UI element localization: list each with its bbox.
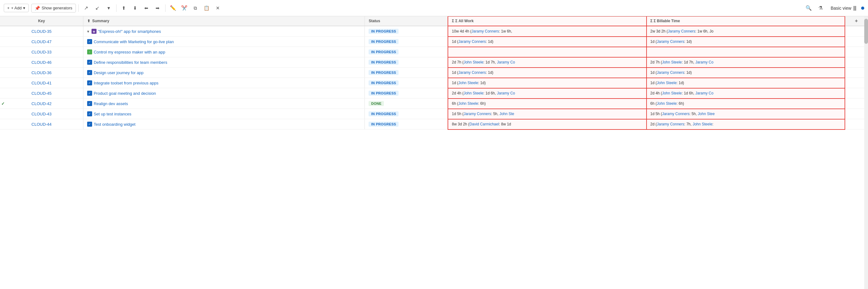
- status-dot: [861, 6, 864, 10]
- scissors-button[interactable]: ✂️: [179, 3, 189, 13]
- align-left-button[interactable]: ⬅: [142, 3, 152, 13]
- allwork-cell: 6h (John Steele: 6h): [448, 98, 646, 109]
- person-link[interactable]: Jaramy Conners: [459, 70, 486, 75]
- person-link[interactable]: John Steele: [662, 91, 682, 95]
- divider-3: [165, 4, 165, 12]
- align-right-button[interactable]: ➡: [153, 3, 163, 13]
- person-link[interactable]: John Steele: [692, 122, 712, 126]
- expand-icon: ↗: [84, 5, 88, 11]
- align-top-icon: ⬆: [122, 5, 126, 11]
- summary-link[interactable]: Integrate toolset from previous apps: [94, 81, 158, 85]
- align-middle-icon: ⬇: [133, 5, 137, 11]
- summary-link[interactable]: Communicate with Marketing for go-live p…: [94, 39, 174, 44]
- issue-key-link[interactable]: CLOUD-47: [32, 39, 52, 44]
- align-middle-button[interactable]: ⬇: [130, 3, 140, 13]
- collapse-button[interactable]: ↙: [92, 3, 102, 13]
- person-link[interactable]: John Steele: [657, 81, 677, 85]
- pen-button[interactable]: ✏️: [168, 3, 178, 13]
- copy-button[interactable]: ⧉: [190, 3, 200, 13]
- billable-cell: 2d (Jaramy Conners: 7h, John Steele:: [647, 119, 845, 129]
- person-link[interactable]: Jaramy Co: [497, 91, 515, 95]
- person-link[interactable]: John Steele: [662, 60, 682, 64]
- add-label: + Add: [11, 6, 22, 10]
- person-link[interactable]: John Steele: [459, 102, 478, 106]
- issue-key-link[interactable]: CLOUD-45: [32, 91, 52, 96]
- person-link[interactable]: Jaramy Conners: [668, 29, 695, 33]
- toolbar: + + Add ▾ 📌 Show generators ↗ ↙ ▾ ⬆ ⬇ ⬅ …: [0, 0, 868, 16]
- filter-icon: ⚗: [818, 5, 823, 11]
- pin-icon: 📌: [35, 6, 40, 11]
- billable-cell: 1d (Jaramy Conners: 1d): [647, 37, 845, 47]
- issue-key-link[interactable]: CLOUD-33: [32, 50, 52, 54]
- summary-link[interactable]: Design user journey for app: [94, 70, 144, 75]
- type-icon: ◈: [92, 29, 96, 34]
- scrollbar-thumb[interactable]: [864, 19, 868, 44]
- col-header-summary[interactable]: ⬆ Summary: [83, 16, 365, 26]
- clear-button[interactable]: ✕: [213, 3, 223, 13]
- add-col-icon: +: [855, 18, 858, 24]
- allwork-cell: 1d (John Steele: 1d): [448, 78, 646, 88]
- issue-key-link[interactable]: CLOUD-35: [32, 29, 52, 34]
- person-link[interactable]: Jaramy Co: [497, 60, 515, 64]
- person-link[interactable]: Jaramy Conners: [657, 122, 684, 126]
- issue-key-link[interactable]: CLOUD-36: [32, 70, 52, 75]
- main-table: Key ⬆ Summary Status Σ Σ All Work Σ Σ Bi…: [0, 16, 868, 129]
- person-link[interactable]: Jaramy Conners: [657, 39, 684, 44]
- allwork-cell: 10w 4d 4h (Jaramy Conners: 1w 6h,: [448, 26, 646, 37]
- summary-link[interactable]: Control my espresso maker with an app: [94, 50, 165, 54]
- person-link[interactable]: Jaramy Conners: [464, 112, 491, 116]
- person-link[interactable]: Jaramy Conners: [459, 39, 486, 44]
- issue-key-link[interactable]: CLOUD-42: [32, 102, 52, 106]
- person-link[interactable]: John Stee: [698, 112, 715, 116]
- table-row: ✓CLOUD-42✓Realign dev assetsDONE6h (John…: [0, 98, 868, 109]
- summary-link[interactable]: Set up test instances: [94, 112, 131, 116]
- divider-1: [79, 4, 79, 12]
- summary-link[interactable]: "Espress-oh!" app for smartphones: [98, 29, 161, 34]
- person-link[interactable]: John Steele: [464, 60, 483, 64]
- align-right-icon: ➡: [156, 5, 160, 11]
- paste-button[interactable]: 📋: [202, 3, 212, 13]
- allwork-cell: [448, 47, 646, 57]
- issue-key-link[interactable]: CLOUD-44: [32, 122, 52, 127]
- billable-cell: [647, 47, 845, 57]
- basic-view-button[interactable]: Basic view |||: [827, 4, 859, 12]
- status-badge: IN PROGRESS: [369, 60, 399, 65]
- person-link[interactable]: John Ste: [499, 112, 514, 116]
- person-link[interactable]: Jaramy Conners: [657, 70, 684, 75]
- issue-key-link[interactable]: CLOUD-41: [32, 81, 52, 85]
- person-link[interactable]: Jaramy Co: [695, 60, 713, 64]
- expand-arrow[interactable]: ▾: [87, 29, 89, 34]
- status-badge: IN PROGRESS: [369, 70, 399, 75]
- person-link[interactable]: John Steele: [657, 102, 677, 106]
- show-generators-button[interactable]: 📌 Show generators: [31, 4, 75, 12]
- scissors-icon: ✂️: [181, 5, 187, 11]
- issue-key-link[interactable]: CLOUD-43: [32, 112, 52, 116]
- align-left-icon: ⬅: [144, 5, 148, 11]
- summary-link[interactable]: Realign dev assets: [94, 102, 128, 106]
- issue-key-link[interactable]: CLOUD-46: [32, 60, 52, 65]
- person-link[interactable]: John Steele: [459, 81, 478, 85]
- expand-options-button[interactable]: ▾: [104, 3, 114, 13]
- table-row: CLOUD-46✓Define responsibilities for tea…: [0, 57, 868, 67]
- billable-cell: 1d (Jaramy Conners: 1d): [647, 67, 845, 78]
- person-link[interactable]: Jaramy Co: [695, 91, 713, 95]
- person-link[interactable]: Jaramy Conners: [472, 29, 499, 33]
- person-link[interactable]: John Steele: [464, 91, 483, 95]
- allwork-cell: 1d (Jaramy Conners: 1d): [448, 37, 646, 47]
- search-button[interactable]: 🔍: [804, 3, 814, 13]
- summary-link[interactable]: Define responsibilities for team members: [94, 60, 167, 65]
- paste-icon: 📋: [204, 5, 210, 11]
- person-link[interactable]: David Carmichael: [469, 122, 499, 126]
- add-button[interactable]: + + Add ▾: [4, 4, 29, 12]
- summary-link[interactable]: Product goal meeting and decision: [94, 91, 156, 96]
- status-badge: IN PROGRESS: [369, 91, 399, 96]
- expand-button[interactable]: ↗: [81, 3, 91, 13]
- table-row: CLOUD-33↑Control my espresso maker with …: [0, 47, 868, 57]
- person-link[interactable]: Jaramy Conners: [662, 112, 689, 116]
- summary-link[interactable]: Test onboarding widget: [94, 122, 135, 127]
- type-icon: ↑: [87, 50, 92, 54]
- scrollbar-track[interactable]: [864, 16, 868, 289]
- align-top-button[interactable]: ⬆: [119, 3, 129, 13]
- sigma-icon-allwork: Σ: [452, 19, 455, 23]
- filter-button[interactable]: ⚗: [815, 3, 826, 13]
